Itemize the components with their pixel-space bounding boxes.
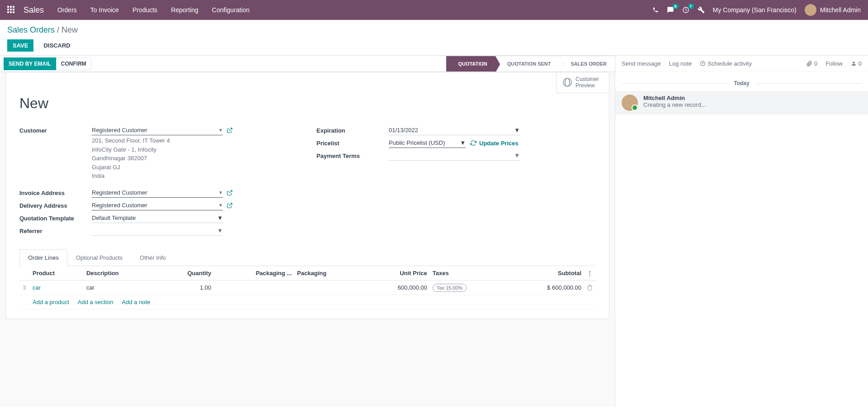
- form-area: SEND BY EMAIL CONFIRM QUOTATION QUOTATIO…: [0, 56, 615, 407]
- quotation-template-field[interactable]: Default Template▼: [92, 213, 223, 223]
- label-expiration: Expiration: [316, 125, 389, 135]
- label-customer: Customer: [19, 125, 92, 185]
- col-description: Description: [84, 266, 157, 281]
- chevron-down-icon: ▼: [514, 127, 520, 133]
- customer-preview-label: Customer Preview: [576, 76, 603, 89]
- chatter-date-separator: Today: [615, 80, 868, 86]
- label-payment-terms: Payment Terms: [316, 151, 389, 161]
- top-menu: Orders To Invoice Products Reporting Con…: [57, 6, 250, 14]
- referrer-field[interactable]: ▼: [92, 226, 223, 236]
- send-email-button[interactable]: SEND BY EMAIL: [4, 57, 56, 70]
- apps-icon[interactable]: [7, 6, 15, 14]
- clock-icon: [700, 61, 706, 67]
- followers-count[interactable]: 0: [851, 60, 862, 67]
- cell-packaging-qty[interactable]: [214, 280, 294, 295]
- record-title: New: [19, 95, 595, 112]
- external-link-icon[interactable]: [226, 190, 233, 196]
- save-button[interactable]: SAVE: [7, 39, 33, 52]
- user-menu[interactable]: Mitchell Admin: [805, 4, 861, 16]
- tax-badge[interactable]: Tax 15.00%: [433, 284, 467, 292]
- statusbar: SEND BY EMAIL CONFIRM QUOTATION QUOTATIO…: [0, 56, 615, 72]
- tab-optional-products[interactable]: Optional Products: [67, 249, 131, 266]
- add-section-link[interactable]: Add a section: [78, 299, 113, 305]
- kebab-icon[interactable]: ⋮: [587, 270, 593, 277]
- paperclip-icon: [807, 61, 812, 67]
- log-note-button[interactable]: Log note: [669, 60, 692, 67]
- company-selector[interactable]: My Company (San Francisco): [713, 6, 797, 14]
- activities-badge: 7: [688, 4, 694, 9]
- add-note-link[interactable]: Add a note: [122, 299, 151, 305]
- schedule-activity-button[interactable]: Schedule activity: [700, 60, 752, 67]
- attachments-count[interactable]: 0: [807, 60, 817, 67]
- send-message-button[interactable]: Send message: [622, 60, 661, 67]
- stage-quotation[interactable]: QUOTATION: [446, 56, 495, 72]
- topnav-right: 5 7 My Company (San Francisco) Mitchell …: [652, 4, 861, 16]
- label-invoice-address: Invoice Address: [19, 188, 92, 198]
- payment-terms-field[interactable]: ▼: [389, 151, 520, 161]
- chevron-down-icon: ▼: [514, 152, 520, 159]
- breadcrumb-root[interactable]: Sales Orders: [7, 25, 55, 34]
- menu-to-invoice[interactable]: To Invoice: [90, 6, 119, 14]
- menu-products[interactable]: Products: [132, 6, 157, 14]
- form-right: Expiration 01/13/2022▼ Pricelist Public …: [316, 125, 595, 238]
- chevron-down-icon: ▼: [218, 128, 223, 133]
- app-brand[interactable]: Sales: [24, 5, 44, 15]
- table-row[interactable]: ⥮ car car 1.00 600,000.00 Tax 15.00% $ 6…: [19, 280, 595, 295]
- menu-configuration[interactable]: Configuration: [212, 6, 250, 14]
- debug-icon[interactable]: [698, 6, 705, 14]
- person-icon: [851, 61, 857, 67]
- messages-icon[interactable]: 5: [667, 6, 674, 14]
- expiration-field[interactable]: 01/13/2022▼: [389, 125, 520, 135]
- order-lines-table: Product Description Quantity Packaging .…: [19, 266, 595, 310]
- refresh-icon: [470, 140, 476, 146]
- status-stages: QUOTATION QUOTATION SENT SALES ORDER: [446, 56, 615, 72]
- cell-description[interactable]: car: [84, 280, 157, 295]
- menu-orders[interactable]: Orders: [57, 6, 77, 14]
- phone-icon[interactable]: [652, 7, 659, 13]
- chatter-message: Mitchell Admin Creating a new record...: [615, 91, 868, 114]
- follow-button[interactable]: Follow: [826, 60, 843, 67]
- tab-order-lines[interactable]: Order Lines: [19, 249, 67, 266]
- customer-preview-button[interactable]: Customer Preview: [556, 72, 609, 93]
- cell-unit-price[interactable]: 600,000.00: [362, 280, 430, 295]
- avatar-icon: [622, 95, 638, 111]
- trash-icon[interactable]: [587, 285, 593, 291]
- tab-other-info[interactable]: Other Info: [131, 249, 175, 266]
- topnav: Sales Orders To Invoice Products Reporti…: [0, 0, 868, 20]
- external-link-icon[interactable]: [226, 127, 233, 133]
- chatter-toolbar: Send message Log note Schedule activity …: [615, 56, 868, 72]
- activities-icon[interactable]: 7: [682, 6, 689, 14]
- confirm-button[interactable]: CONFIRM: [56, 57, 91, 70]
- customer-field[interactable]: Registered Customer▼: [92, 125, 223, 135]
- col-unit-price: Unit Price: [362, 266, 430, 281]
- delivery-address-field[interactable]: Registered Customer▼: [92, 200, 223, 210]
- external-link-icon[interactable]: [226, 202, 233, 209]
- cell-subtotal: $ 600,000.00: [507, 280, 584, 295]
- stage-quotation-sent[interactable]: QUOTATION SENT: [495, 56, 559, 72]
- cell-quantity[interactable]: 1.00: [157, 280, 214, 295]
- cell-product[interactable]: car: [33, 284, 41, 291]
- pricelist-field[interactable]: Public Pricelist (USD)▼: [389, 138, 466, 148]
- col-taxes: Taxes: [430, 266, 507, 281]
- chevron-down-icon: ▼: [218, 190, 223, 195]
- avatar-icon: [805, 4, 816, 16]
- message-text: Creating a new record...: [643, 101, 706, 108]
- drag-handle-icon[interactable]: ⥮: [22, 284, 27, 291]
- add-product-link[interactable]: Add a product: [33, 299, 69, 305]
- chevron-down-icon: ▼: [217, 227, 223, 234]
- col-subtotal: Subtotal: [507, 266, 584, 281]
- invoice-address-field[interactable]: Registered Customer▼: [92, 188, 223, 198]
- stage-sales-order[interactable]: SALES ORDER: [559, 56, 615, 72]
- form-actions: SAVE DISCARD: [7, 39, 861, 52]
- chevron-down-icon: ▼: [217, 215, 223, 221]
- col-packaging-qty: Packaging ...: [214, 266, 294, 281]
- cell-packaging[interactable]: [294, 280, 362, 295]
- menu-reporting[interactable]: Reporting: [171, 6, 198, 14]
- user-name: Mitchell Admin: [820, 6, 861, 14]
- col-packaging: Packaging: [294, 266, 362, 281]
- form-sheet: Customer Preview New Customer Registered…: [5, 72, 609, 319]
- label-referrer: Referrer: [19, 226, 92, 236]
- discard-button[interactable]: DISCARD: [38, 39, 75, 52]
- label-pricelist: Pricelist: [316, 138, 389, 148]
- update-prices-button[interactable]: Update Prices: [470, 140, 519, 147]
